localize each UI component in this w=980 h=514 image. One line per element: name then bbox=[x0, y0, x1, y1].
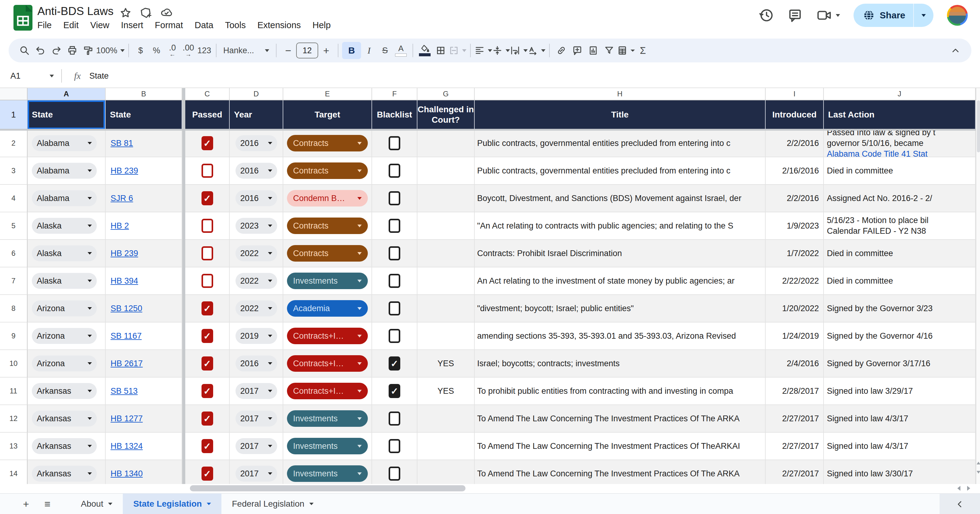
bill-link[interactable]: HB 239 bbox=[111, 249, 138, 258]
scroll-down-icon[interactable] bbox=[977, 471, 980, 474]
target-dropdown[interactable]: Contracts+I… bbox=[287, 355, 368, 372]
blacklist-checkbox[interactable] bbox=[389, 164, 400, 178]
target-dropdown[interactable]: Academia bbox=[287, 300, 368, 317]
state-dropdown[interactable]: Alabama bbox=[32, 135, 97, 151]
passed-checkbox[interactable]: ✓ bbox=[202, 439, 213, 453]
horizontal-align-button[interactable] bbox=[474, 42, 492, 59]
state-dropdown[interactable]: Alabama bbox=[32, 190, 97, 206]
header-cell-I[interactable]: Introduced bbox=[766, 100, 824, 130]
number-format-button[interactable]: 123 bbox=[196, 42, 212, 59]
state-dropdown[interactable]: Arkansas bbox=[32, 383, 97, 399]
row-number[interactable]: 9 bbox=[0, 322, 27, 350]
passed-checkbox[interactable] bbox=[202, 246, 213, 260]
blacklist-checkbox[interactable]: ✓ bbox=[389, 384, 400, 398]
column-header-B[interactable]: B bbox=[106, 88, 182, 100]
insert-link-button[interactable] bbox=[554, 42, 569, 59]
bill-link[interactable]: SB 81 bbox=[111, 139, 133, 148]
frozen-column-divider[interactable] bbox=[182, 88, 185, 100]
menu-item-tools[interactable]: Tools bbox=[225, 20, 246, 30]
create-filter-button[interactable] bbox=[601, 42, 617, 59]
year-dropdown[interactable]: 2017 bbox=[235, 411, 277, 427]
header-cell-J[interactable]: Last Action bbox=[824, 100, 976, 130]
font-size-input[interactable]: 12 bbox=[296, 43, 318, 59]
undo-button[interactable] bbox=[32, 42, 48, 59]
text-color-button[interactable]: A bbox=[393, 42, 409, 59]
year-dropdown[interactable]: 2016 bbox=[235, 355, 277, 371]
last-action-link[interactable]: Alabama Code Title 41 Stat bbox=[827, 149, 935, 157]
frozen-row-divider[interactable] bbox=[0, 129, 976, 131]
fill-color-button[interactable] bbox=[417, 42, 433, 59]
state-dropdown[interactable]: Arizona bbox=[32, 328, 97, 344]
passed-checkbox[interactable]: ✓ bbox=[202, 357, 213, 371]
borders-button[interactable] bbox=[433, 42, 449, 59]
print-button[interactable] bbox=[64, 42, 80, 59]
merge-cells-button[interactable] bbox=[449, 42, 466, 59]
column-header-G[interactable]: G bbox=[417, 88, 475, 100]
table-button[interactable] bbox=[617, 42, 635, 59]
row-number[interactable]: 14 bbox=[0, 460, 27, 484]
blacklist-checkbox[interactable] bbox=[389, 136, 400, 150]
font-select[interactable]: Hanke... bbox=[220, 42, 272, 59]
column-header-C[interactable]: C bbox=[185, 88, 230, 100]
state-dropdown[interactable]: Alabama bbox=[32, 163, 97, 179]
passed-checkbox[interactable]: ✓ bbox=[202, 411, 213, 425]
share-button[interactable]: Share bbox=[854, 4, 913, 27]
sheets-logo-icon[interactable] bbox=[13, 5, 32, 30]
bill-link[interactable]: HB 394 bbox=[111, 276, 138, 286]
collapse-toolbar-button[interactable] bbox=[948, 42, 964, 59]
decrease-font-size-button[interactable]: − bbox=[280, 42, 296, 59]
row-number[interactable]: 10 bbox=[0, 350, 27, 378]
bill-link[interactable]: HB 2617 bbox=[111, 359, 143, 368]
row-number[interactable]: 11 bbox=[0, 378, 27, 405]
italic-button[interactable]: I bbox=[361, 42, 377, 59]
year-dropdown[interactable]: 2022 bbox=[235, 245, 277, 261]
add-sheet-button[interactable]: + bbox=[15, 493, 37, 514]
name-box[interactable]: A1 bbox=[0, 71, 61, 81]
share-dropdown-button[interactable] bbox=[913, 4, 934, 27]
bill-link[interactable]: HB 1324 bbox=[111, 441, 143, 451]
header-cell-F[interactable]: Blacklist bbox=[372, 100, 417, 130]
scroll-left-icon[interactable] bbox=[957, 486, 960, 491]
row-number[interactable]: 8 bbox=[0, 295, 27, 322]
blacklist-checkbox[interactable] bbox=[389, 219, 400, 233]
text-rotation-button[interactable] bbox=[528, 42, 546, 59]
row-number[interactable]: 2 bbox=[0, 130, 27, 157]
document-title[interactable]: Anti-BDS Laws bbox=[37, 5, 114, 18]
header-cell-A[interactable]: State bbox=[27, 100, 106, 130]
blacklist-checkbox[interactable] bbox=[389, 301, 400, 316]
search-menus-button[interactable] bbox=[16, 42, 32, 59]
passed-checkbox[interactable]: ✓ bbox=[202, 329, 213, 343]
header-cell-E[interactable]: Target bbox=[283, 100, 372, 130]
state-dropdown[interactable]: Alaska bbox=[32, 273, 97, 289]
video-call-button[interactable] bbox=[816, 8, 840, 23]
target-dropdown[interactable]: Investments bbox=[287, 465, 368, 482]
state-dropdown[interactable]: Alaska bbox=[32, 245, 97, 261]
vertical-scrollbar[interactable] bbox=[976, 88, 980, 484]
formula-input[interactable]: State bbox=[89, 71, 109, 81]
format-percent-button[interactable]: % bbox=[148, 42, 164, 59]
strikethrough-button[interactable]: S bbox=[377, 42, 393, 59]
state-dropdown[interactable]: Arkansas bbox=[32, 438, 97, 454]
all-sheets-button[interactable]: ≡ bbox=[37, 493, 58, 514]
row-number[interactable]: 13 bbox=[0, 433, 27, 460]
year-dropdown[interactable]: 2022 bbox=[235, 273, 277, 289]
blacklist-checkbox[interactable] bbox=[389, 274, 400, 288]
scroll-right-icon[interactable] bbox=[967, 486, 970, 491]
version-history-icon[interactable] bbox=[759, 8, 774, 23]
bill-link[interactable]: HB 2 bbox=[111, 221, 129, 231]
sheet-tab-federal-legislation[interactable]: Federal Legislation bbox=[221, 493, 324, 514]
blacklist-checkbox[interactable]: ✓ bbox=[389, 357, 400, 371]
year-dropdown[interactable]: 2016 bbox=[235, 163, 277, 179]
grid-corner[interactable] bbox=[0, 88, 27, 100]
passed-checkbox[interactable] bbox=[202, 164, 213, 178]
bill-link[interactable]: SJR 6 bbox=[111, 194, 133, 203]
comments-icon[interactable] bbox=[788, 8, 803, 23]
sheet-tab-state-legislation[interactable]: State Legislation bbox=[123, 493, 221, 514]
header-cell-G[interactable]: Challenged in Court? bbox=[417, 100, 475, 130]
redo-button[interactable] bbox=[48, 42, 64, 59]
column-header-J[interactable]: J bbox=[824, 88, 976, 100]
blacklist-checkbox[interactable] bbox=[389, 329, 400, 343]
bill-link[interactable]: SB 1167 bbox=[111, 332, 142, 341]
decrease-decimal-button[interactable]: .0← bbox=[164, 42, 180, 59]
row-number[interactable]: 1 bbox=[0, 100, 27, 130]
